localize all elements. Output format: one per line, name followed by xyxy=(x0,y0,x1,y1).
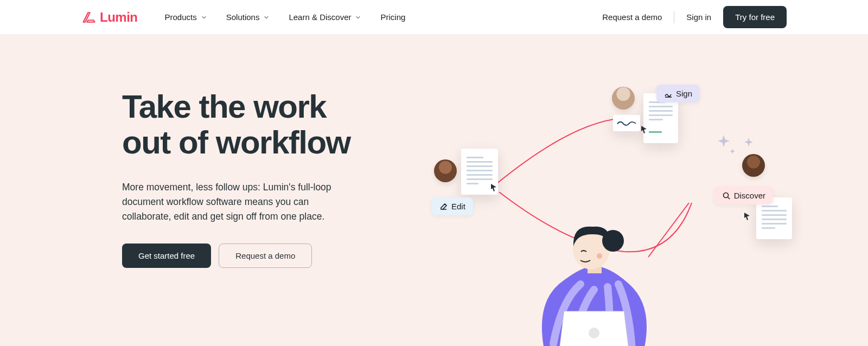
brand-logo[interactable]: Lumin xyxy=(81,10,138,25)
svg-point-0 xyxy=(723,193,728,197)
brand-name: Lumin xyxy=(100,10,138,25)
request-demo-button[interactable]: Request a demo xyxy=(219,244,312,268)
nav-learn-discover[interactable]: Learn & Discover xyxy=(289,12,361,22)
headline-line-1: Take the work xyxy=(122,88,326,125)
hero-headline: Take the work out of workflow xyxy=(122,89,415,161)
try-for-free-button[interactable]: Try for free xyxy=(723,6,787,28)
hero-illustration: Sign Edit Discover xyxy=(434,84,749,346)
request-demo-link[interactable]: Request a demo xyxy=(602,12,662,22)
cursor-icon xyxy=(641,126,648,133)
hero-subtext: More movement, less follow ups: Lumin's … xyxy=(122,180,355,224)
site-header: Lumin Products Solutions Learn & Discove… xyxy=(0,0,868,35)
avatar xyxy=(434,159,457,182)
avatar xyxy=(612,87,635,110)
sign-pill: Sign xyxy=(656,85,700,102)
chevron-down-icon xyxy=(355,15,361,20)
sparkle-icon xyxy=(730,149,735,154)
cta-row: Get started free Request a demo xyxy=(122,244,415,268)
nav-solutions[interactable]: Solutions xyxy=(226,12,270,22)
edit-icon xyxy=(439,202,448,211)
pill-label: Edit xyxy=(451,202,465,211)
primary-nav: Products Solutions Learn & Discover Pric… xyxy=(165,12,406,22)
pill-label: Sign xyxy=(676,89,692,98)
cursor-icon xyxy=(744,213,751,220)
sparkle-icon xyxy=(718,135,730,147)
avatar xyxy=(742,154,765,177)
signature-icon xyxy=(664,89,673,98)
person-illustration xyxy=(529,203,659,346)
nav-label: Products xyxy=(165,12,197,22)
cursor-icon xyxy=(491,184,497,191)
svg-point-3 xyxy=(602,230,624,252)
divider xyxy=(674,11,674,23)
nav-products[interactable]: Products xyxy=(165,12,207,22)
document-card xyxy=(613,115,640,131)
nav-pricing[interactable]: Pricing xyxy=(380,12,405,22)
header-actions: Request a demo Sign in Try for free xyxy=(602,6,787,28)
sparkle-icon xyxy=(744,138,753,146)
hero-section: Take the work out of workflow More movem… xyxy=(0,35,868,346)
chevron-down-icon xyxy=(264,15,269,20)
lumin-logo-icon xyxy=(81,10,97,25)
hero-copy: Take the work out of workflow More movem… xyxy=(122,35,415,346)
nav-label: Solutions xyxy=(226,12,260,22)
nav-label: Learn & Discover xyxy=(289,12,351,22)
pill-label: Discover xyxy=(734,191,765,200)
headline-line-2: out of workflow xyxy=(122,124,350,161)
svg-point-4 xyxy=(597,253,602,259)
search-icon xyxy=(722,191,731,200)
get-started-free-button[interactable]: Get started free xyxy=(122,244,211,268)
chevron-down-icon xyxy=(201,15,207,20)
sign-in-link[interactable]: Sign in xyxy=(686,12,711,22)
svg-point-5 xyxy=(589,328,599,338)
edit-pill: Edit xyxy=(432,197,473,215)
nav-label: Pricing xyxy=(380,12,405,22)
discover-pill: Discover xyxy=(714,187,773,204)
